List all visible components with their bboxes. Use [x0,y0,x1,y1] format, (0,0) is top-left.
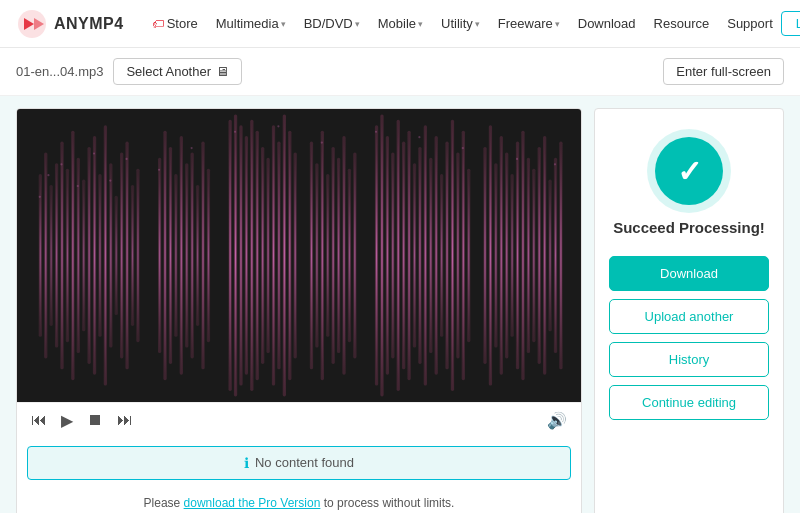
nav-item-support[interactable]: Support [719,12,781,35]
nav-item-resource[interactable]: Resource [646,12,718,35]
logo[interactable]: ANYMP4 [16,8,124,40]
svg-rect-38 [272,125,275,385]
svg-rect-48 [337,158,340,353]
svg-rect-27 [196,185,199,326]
waveform-area [17,109,581,402]
brand-name: ANYMP4 [54,15,124,33]
svg-rect-14 [109,163,112,347]
no-content-bar: ℹ No content found [27,446,571,480]
svg-rect-4 [55,163,58,347]
svg-rect-60 [418,147,421,364]
svg-rect-76 [516,142,519,370]
svg-rect-34 [250,120,253,391]
fast-forward-button[interactable]: ⏭ [117,411,133,429]
svg-rect-78 [527,158,530,353]
nav-item-store[interactable]: 🏷 Store [144,12,206,35]
svg-rect-91 [125,158,127,160]
svg-rect-40 [283,114,286,396]
svg-rect-6 [66,169,69,343]
nav-item-freeware[interactable]: Freeware ▾ [490,12,568,35]
svg-rect-15 [115,196,118,315]
svg-rect-5 [60,142,63,370]
nav-label-download: Download [578,16,636,31]
svg-rect-49 [342,136,345,375]
nav-item-bddvd[interactable]: BD/DVD ▾ [296,12,368,35]
svg-rect-88 [77,185,79,187]
play-button[interactable]: ▶ [61,411,73,430]
svg-rect-79 [532,169,535,343]
nav-label-bddvd: BD/DVD [304,16,353,31]
main-content: ⏮ ▶ ⏹ ⏭ 🔊 ℹ No content found Please down… [0,96,800,513]
nav-item-multimedia[interactable]: Multimedia ▾ [208,12,294,35]
svg-rect-58 [407,131,410,380]
svg-rect-10 [88,147,91,364]
svg-rect-46 [326,174,329,337]
svg-rect-24 [180,136,183,375]
svg-rect-63 [435,136,438,375]
svg-rect-33 [245,136,248,375]
svg-rect-74 [505,152,508,358]
nav-item-mobile[interactable]: Mobile ▾ [370,12,431,35]
success-text: Succeed Processing! [613,219,765,236]
svg-rect-50 [348,169,351,343]
svg-rect-67 [456,152,459,358]
svg-rect-30 [229,120,232,391]
nav-label-store: Store [167,16,198,31]
login-button[interactable]: Login [781,11,800,36]
svg-rect-85 [39,196,41,198]
check-icon: ✓ [677,154,702,189]
svg-rect-52 [375,125,378,385]
history-button[interactable]: History [609,342,769,377]
waveform-svg [17,109,581,402]
svg-rect-39 [277,142,280,370]
svg-rect-84 [559,142,562,370]
svg-rect-82 [548,179,551,331]
stop-button[interactable]: ⏹ [87,411,103,429]
svg-rect-66 [451,120,454,391]
nav-item-download[interactable]: Download [570,12,644,35]
fullscreen-button[interactable]: Enter full-screen [663,58,784,85]
download-button[interactable]: Download [609,256,769,291]
nav-item-utility[interactable]: Utility ▾ [433,12,488,35]
svg-rect-42 [294,152,297,358]
svg-rect-11 [93,136,96,375]
svg-rect-73 [500,136,503,375]
svg-rect-65 [445,142,448,370]
svg-rect-47 [332,147,335,364]
svg-rect-100 [516,158,518,160]
rewind-button[interactable]: ⏮ [31,411,47,429]
svg-rect-21 [163,131,166,380]
svg-rect-70 [483,147,486,364]
svg-rect-1 [39,174,42,337]
right-panel: ✓ Succeed Processing! Download Upload an… [594,108,784,513]
svg-rect-96 [321,142,323,144]
no-content-message: No content found [255,455,354,470]
svg-rect-26 [191,152,194,358]
svg-rect-17 [125,142,128,370]
svg-rect-97 [375,131,377,133]
upload-another-button[interactable]: Upload another [609,299,769,334]
volume-icon[interactable]: 🔊 [547,411,567,430]
svg-rect-19 [136,169,139,343]
nav-label-resource: Resource [654,16,710,31]
pro-version-link[interactable]: download the Pro Version [184,496,321,510]
select-another-button[interactable]: Select Another 🖥 [113,58,242,85]
pro-notice: Please download the Pro Version to proce… [17,488,581,513]
svg-rect-29 [207,169,210,343]
svg-rect-8 [77,158,80,353]
svg-rect-7 [71,131,74,380]
success-circle: ✓ [655,137,723,205]
svg-rect-9 [82,179,85,331]
select-another-label: Select Another [126,64,211,79]
svg-rect-69 [467,169,470,343]
svg-rect-90 [109,179,111,181]
svg-rect-61 [424,125,427,385]
svg-rect-62 [429,158,432,353]
chevron-down-icon: ▾ [475,19,480,29]
svg-rect-86 [47,174,49,176]
toolbar-left: 01-en...04.mp3 Select Another 🖥 [16,58,242,85]
toolbar: 01-en...04.mp3 Select Another 🖥 Enter fu… [0,48,800,96]
svg-rect-44 [315,163,318,347]
continue-editing-button[interactable]: Continue editing [609,385,769,420]
svg-rect-93 [191,147,193,149]
